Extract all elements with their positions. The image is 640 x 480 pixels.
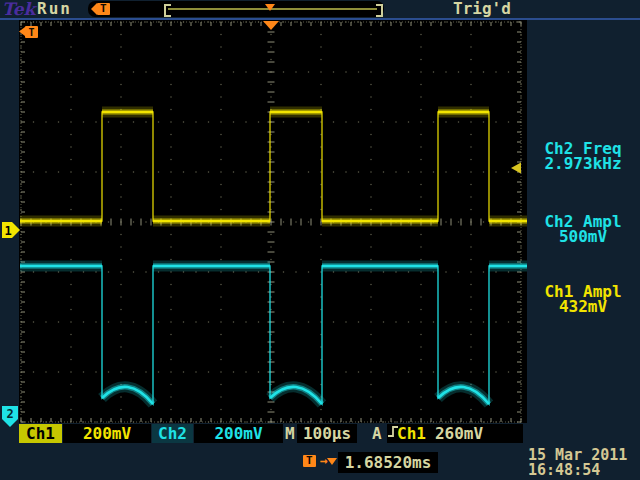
measurement-ch1-ampl: Ch1 Ampl 432mV — [527, 284, 639, 314]
ch1-badge[interactable]: Ch1 — [19, 424, 62, 443]
trigger-t-glyph: T — [97, 3, 110, 15]
trigger-t-icon: T — [91, 3, 110, 15]
trigger-position-triangle-icon[interactable] — [265, 4, 275, 11]
trigger-readout[interactable]: Ch1 260mV — [387, 424, 523, 443]
measurement-ch2-freq: Ch2 Freq 2.973kHz — [527, 141, 639, 171]
delay-t-icon: T — [303, 455, 316, 467]
measurement-ch2-ampl: Ch2 Ampl 500mV — [527, 214, 639, 244]
down-triangle-icon — [327, 458, 337, 465]
acquisition-status: Run — [37, 0, 72, 18]
record-view-left-bracket — [164, 4, 171, 17]
record-view-right-bracket — [376, 4, 383, 17]
trigger-t-marker-label: T — [28, 27, 34, 38]
trigger-prefix: A — [372, 424, 382, 443]
timebase-prefix: M — [285, 424, 295, 443]
measurement-value: 500mV — [527, 229, 639, 244]
tek-logo: Tek — [2, 0, 35, 18]
trigger-status: Trig'd — [453, 0, 511, 18]
datetime-display: 15 Mar 2011 16:48:54 — [528, 448, 627, 478]
ch2-marker-label: 2 — [6, 407, 13, 421]
measurement-value: 432mV — [527, 299, 639, 314]
ch1-scale-readout[interactable]: 200mV — [63, 424, 151, 443]
clock-text: 16:48:54 — [528, 463, 627, 478]
timebase-readout[interactable]: 100µs — [297, 424, 357, 443]
ch2-scale-readout[interactable]: 200mV — [194, 424, 283, 443]
rising-edge-icon — [387, 424, 399, 439]
trigger-level: 260mV — [435, 424, 483, 443]
ch1-marker-label: 1 — [4, 224, 11, 238]
ch2-badge[interactable]: Ch2 — [152, 424, 193, 443]
trigger-delay-readout[interactable]: 1.68520ms — [338, 452, 438, 473]
topbar-separator — [0, 18, 640, 20]
trigger-position-bar[interactable]: T — [88, 1, 384, 17]
measurement-value: 2.973kHz — [527, 156, 639, 171]
delay-t-glyph: T — [303, 455, 316, 467]
trigger-source: Ch1 — [397, 424, 426, 443]
